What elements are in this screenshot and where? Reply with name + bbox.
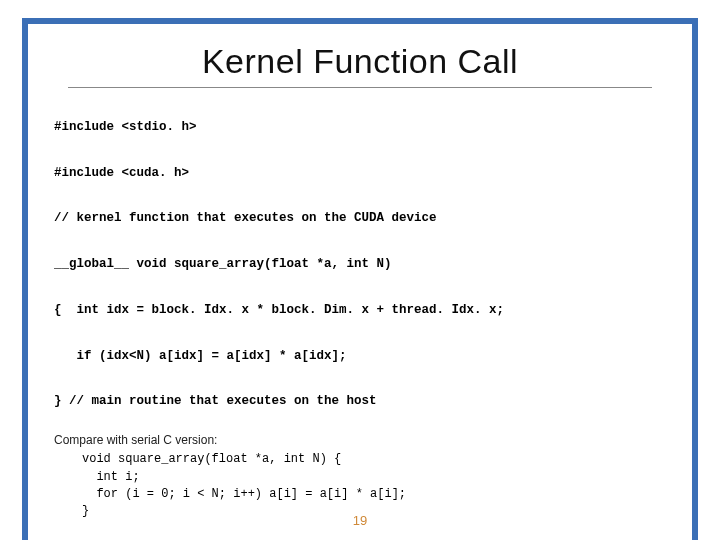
code-line: #include <stdio. h>: [54, 120, 197, 134]
kernel-code-block: #include <stdio. h> #include <cuda. h> /…: [54, 102, 666, 427]
slide-frame: Kernel Function Call #include <stdio. h>…: [22, 18, 698, 540]
code-line: if (idx<N) a[idx] = a[idx] * a[idx];: [54, 349, 347, 363]
code-line: { int idx = block. Idx. x * block. Dim. …: [54, 303, 504, 317]
code-line: #include <cuda. h>: [54, 166, 189, 180]
serial-code-block: void square_array(float *a, int N) { int…: [82, 451, 666, 521]
code-line: __global__ void square_array(float *a, i…: [54, 257, 392, 271]
slide-body: #include <stdio. h> #include <cuda. h> /…: [28, 102, 692, 521]
page-number: 19: [28, 513, 692, 528]
slide-title: Kernel Function Call: [28, 42, 692, 81]
code-line: } // main routine that executes on the h…: [54, 394, 377, 408]
title-underline: [68, 87, 652, 88]
slide-container: Kernel Function Call #include <stdio. h>…: [0, 0, 720, 540]
compare-label: Compare with serial C version:: [54, 433, 666, 447]
code-line: // kernel function that executes on the …: [54, 211, 437, 225]
